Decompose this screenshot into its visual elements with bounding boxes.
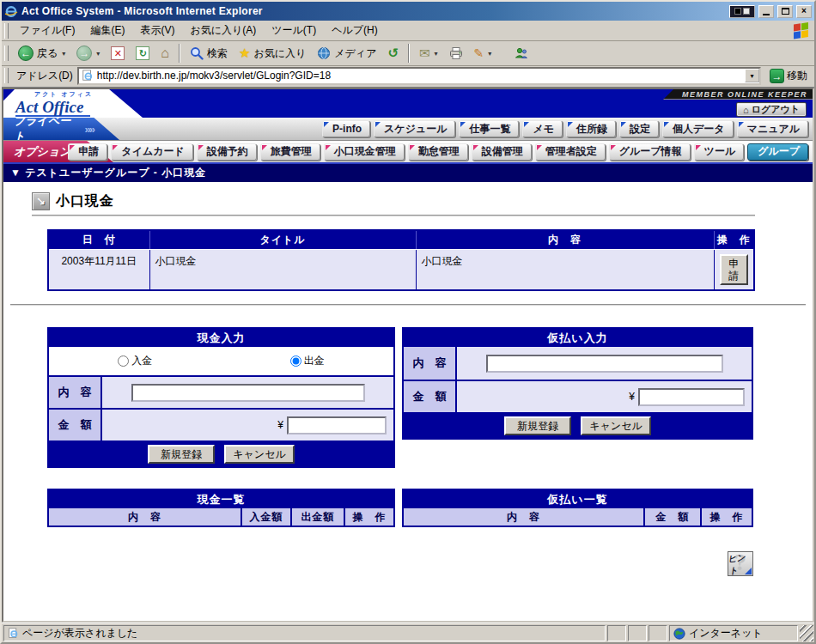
refresh-icon: ↻ bbox=[136, 46, 149, 60]
menu-edit[interactable]: 編集(E) bbox=[82, 21, 132, 40]
nav-button-settings[interactable]: 設定 bbox=[619, 120, 659, 137]
menu-file[interactable]: ファイル(F) bbox=[12, 21, 82, 40]
status-bar: ページが表示されました インターネット bbox=[2, 623, 814, 642]
logout-button[interactable]: ⌂ ログアウト bbox=[736, 102, 807, 117]
back-button[interactable]: ← 戻る ▾ bbox=[13, 43, 70, 64]
forward-button[interactable]: → ▾ bbox=[71, 43, 105, 64]
home-icon: ⌂ bbox=[161, 47, 169, 59]
nav-button-application[interactable]: 申請 bbox=[68, 143, 107, 161]
option-tab-label: オプション bbox=[14, 144, 71, 160]
stop-button[interactable]: ✕ bbox=[106, 44, 130, 63]
resize-grip[interactable] bbox=[800, 625, 813, 641]
advance-list-table: 仮払い一覧 内 容 金 額 操 作 bbox=[402, 489, 753, 527]
advance-submit-button[interactable]: 新規登録 bbox=[504, 416, 571, 435]
minimize-button[interactable] bbox=[758, 5, 774, 18]
chevron-down-icon: ▾ bbox=[435, 50, 438, 58]
menu-help[interactable]: ヘルプ(H) bbox=[324, 21, 386, 40]
menu-bar: ファイル(F) 編集(E) 表示(V) お気に入り(A) ツール(T) ヘルプ(… bbox=[2, 21, 814, 41]
search-button[interactable]: 検索 bbox=[185, 44, 233, 64]
refresh-button[interactable]: ↻ bbox=[131, 44, 155, 63]
back-icon: ← bbox=[18, 46, 33, 61]
messenger-button[interactable] bbox=[509, 44, 533, 63]
nav-button-attendance[interactable]: 勤怠管理 bbox=[408, 143, 468, 161]
col-title: タイトル bbox=[149, 230, 416, 249]
private-nav-row: プライベート »» P-info スケジュール 仕事一覧 メモ 住所録 設定 個… bbox=[3, 118, 813, 141]
hint-button[interactable]: ? ヒント bbox=[728, 551, 753, 576]
history-button[interactable]: ↺ bbox=[382, 45, 404, 62]
security-zone-pane: インターネット bbox=[669, 625, 798, 641]
advance-form-title: 仮払い入力 bbox=[404, 329, 752, 347]
advance-list-header-row: 内 容 金 額 操 作 bbox=[404, 508, 752, 526]
favorites-button[interactable]: ★ お気に入り bbox=[234, 44, 311, 64]
nav-button-tools[interactable]: ツール bbox=[694, 143, 745, 161]
dark-box-icon bbox=[734, 8, 741, 15]
printer-icon bbox=[449, 46, 463, 60]
withdraw-radio[interactable] bbox=[290, 355, 301, 367]
menu-favorites[interactable]: お気に入り(A) bbox=[182, 21, 264, 40]
nav-button-addressbook[interactable]: 住所録 bbox=[566, 120, 616, 137]
window-extra-button[interactable] bbox=[729, 5, 755, 18]
nav-button-group-active[interactable]: グループ bbox=[747, 143, 808, 161]
url-input[interactable] bbox=[97, 70, 741, 82]
apply-button[interactable]: 申請 bbox=[720, 254, 749, 285]
nav-button-facility-reserve[interactable]: 設備予約 bbox=[197, 143, 257, 161]
cash-amount-input[interactable] bbox=[287, 416, 387, 434]
toolbar-grip[interactable] bbox=[4, 68, 9, 83]
nav-button-schedule[interactable]: スケジュール bbox=[374, 120, 455, 137]
mail-icon: ✉ bbox=[419, 47, 430, 59]
nav-button-pinfo[interactable]: P-info bbox=[322, 120, 370, 137]
print-button[interactable] bbox=[444, 44, 468, 63]
act-office-logo[interactable]: アクト オフィス Act Office bbox=[3, 89, 143, 118]
nav-button-facility-mgmt[interactable]: 設備管理 bbox=[472, 143, 532, 161]
yen-symbol: ¥ bbox=[277, 419, 283, 431]
nav-button-admin-settings[interactable]: 管理者設定 bbox=[535, 143, 606, 161]
cash-list-table: 現金一覧 内 容 入金額 出金額 操 作 bbox=[47, 489, 395, 527]
advance-cancel-button[interactable]: キャンセル bbox=[581, 416, 650, 435]
mail-button[interactable]: ✉ ▾ bbox=[414, 45, 443, 62]
cash-entry-form: 現金入力 入金 出金 内 容 bbox=[47, 327, 395, 468]
media-button[interactable]: メディア bbox=[312, 44, 381, 64]
withdraw-radio-label: 出金 bbox=[304, 354, 325, 368]
cash-submit-button[interactable]: 新規登録 bbox=[148, 445, 215, 464]
cash-direction-radios: 入金 出金 bbox=[49, 347, 393, 375]
advance-entry-form: 仮払い入力 内 容 金 額 ¥ bbox=[402, 327, 753, 440]
table-row: 2003年11月11日 小口現金 小口現金 申請 bbox=[48, 249, 754, 290]
go-button[interactable]: → 移動 bbox=[765, 68, 812, 84]
nav-button-timecard[interactable]: タイムカード bbox=[111, 143, 192, 161]
edit-button[interactable]: ✎ ▾ bbox=[469, 45, 497, 62]
nav-button-travel-expense[interactable]: 旅費管理 bbox=[260, 143, 320, 161]
chevrons-icon: »» bbox=[85, 123, 94, 136]
nav-button-group-info[interactable]: グループ情報 bbox=[609, 143, 691, 161]
col-withdraw-amount: 出金額 bbox=[290, 508, 344, 526]
address-dropdown-button[interactable]: ▾ bbox=[745, 69, 759, 82]
address-field: ▾ bbox=[77, 67, 761, 85]
maximize-button[interactable] bbox=[777, 5, 793, 18]
menu-tools[interactable]: ツール(T) bbox=[264, 21, 324, 40]
nav-button-manual[interactable]: マニュアル bbox=[737, 120, 808, 137]
home-button[interactable]: ⌂ bbox=[155, 45, 174, 62]
toolbar-grip[interactable] bbox=[4, 46, 9, 61]
nav-button-memo[interactable]: メモ bbox=[522, 120, 563, 137]
advance-content-input[interactable] bbox=[486, 355, 723, 373]
ie-logo-icon bbox=[4, 4, 18, 18]
media-label: メディア bbox=[334, 46, 376, 61]
cash-content-input[interactable] bbox=[131, 384, 365, 402]
menu-view[interactable]: 表示(V) bbox=[132, 21, 182, 40]
private-tab-label: プライベート bbox=[14, 113, 81, 144]
nav-button-personal-data[interactable]: 個人データ bbox=[662, 120, 734, 137]
advance-amount-input[interactable] bbox=[638, 388, 745, 406]
nav-button-petty-cash[interactable]: 小口現金管理 bbox=[324, 143, 405, 161]
ie-page-icon bbox=[8, 628, 19, 639]
nav-button-tasks[interactable]: 仕事一覧 bbox=[459, 120, 519, 137]
close-button[interactable]: × bbox=[796, 5, 812, 18]
chevron-down-icon: ▾ bbox=[62, 50, 65, 58]
windows-flag-icon bbox=[794, 21, 811, 39]
deposit-radio[interactable] bbox=[118, 355, 129, 367]
logout-label: ログアウト bbox=[752, 103, 800, 116]
toolbar-grip[interactable] bbox=[4, 23, 9, 39]
cash-cancel-button[interactable]: キャンセル bbox=[224, 445, 294, 464]
request-table-header-row: 日 付 タイトル 内 容 操 作 bbox=[48, 230, 754, 249]
status-message: ページが表示されました bbox=[22, 626, 137, 641]
go-label: 移動 bbox=[787, 69, 807, 83]
member-online-keeper-banner: MEMBER ONLINE KEEPER bbox=[663, 89, 813, 100]
